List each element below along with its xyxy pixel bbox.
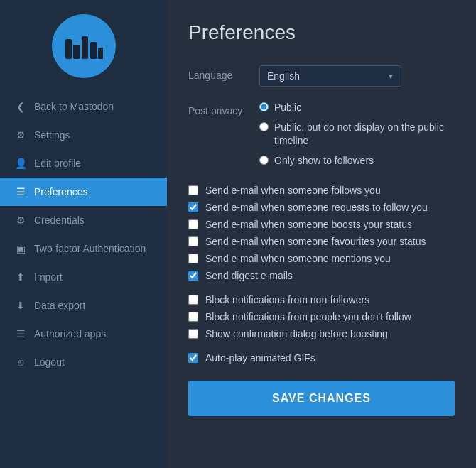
checkbox-confirm-boost-input[interactable] xyxy=(188,329,198,339)
sidebar-item-two-factor-auth[interactable]: ▣ Two-factor Authentication xyxy=(0,234,167,263)
sidebar-item-label: Two-factor Authentication xyxy=(34,243,146,254)
sidebar-item-label: Authorized apps xyxy=(34,328,106,339)
checkbox-block-not-following-label: Block notifications from people you don'… xyxy=(205,311,411,322)
language-select-wrapper: English French German Spanish Japanese xyxy=(259,65,401,87)
sidebar-item-label: Back to Mastodon xyxy=(34,101,114,112)
svg-rect-0 xyxy=(65,39,72,59)
sidebar-item-logout[interactable]: ⎋ Logout xyxy=(0,348,167,376)
checkbox-autoplay-gifs-input[interactable] xyxy=(188,353,198,363)
import-icon: ⬆ xyxy=(14,271,27,283)
language-control: English French German Spanish Japanese xyxy=(259,65,455,87)
checkbox-block-non-followers-label: Block notifications from non-followers xyxy=(205,294,369,305)
sidebar-item-label: Edit profile xyxy=(34,158,81,169)
checkbox-autoplay-gifs-label: Auto-play animated GIFs xyxy=(205,352,315,364)
apps-icon: ☰ xyxy=(14,328,27,339)
radio-followers-only-input[interactable] xyxy=(259,156,269,165)
settings-icon: ⚙ xyxy=(14,129,27,141)
radio-public[interactable]: Public xyxy=(259,101,455,115)
checkbox-digest-emails-label: Send digest e-mails xyxy=(205,270,293,281)
checkbox-autoplay-gifs[interactable]: Auto-play animated GIFs xyxy=(188,349,455,366)
email-notification-checkboxes: Send e-mail when someone follows you Sen… xyxy=(188,182,455,284)
radio-public-input[interactable] xyxy=(259,102,269,111)
sidebar-nav: ❮ Back to Mastodon ⚙ Settings 👤 Edit pro… xyxy=(0,92,167,376)
sidebar-item-back-to-mastodon[interactable]: ❮ Back to Mastodon xyxy=(0,92,167,121)
checkbox-email-follows-input[interactable] xyxy=(188,185,198,195)
checkbox-confirm-boost[interactable]: Show confirmation dialog before boosting xyxy=(188,325,455,342)
notification-block-checkboxes: Block notifications from non-followers B… xyxy=(188,291,455,342)
back-icon: ❮ xyxy=(14,101,27,112)
sidebar-item-label: Data export xyxy=(34,300,85,311)
main-content: Preferences Language English French Germ… xyxy=(167,0,476,468)
export-icon: ⬇ xyxy=(14,300,27,311)
sidebar-item-credentials[interactable]: ⚙ Credentials xyxy=(0,206,167,234)
language-select[interactable]: English French German Spanish Japanese xyxy=(259,65,401,87)
sidebar-item-label: Import xyxy=(34,271,63,283)
sidebar-item-settings[interactable]: ⚙ Settings xyxy=(0,121,167,149)
checkbox-email-mentions-label: Send e-mail when someone mentions you xyxy=(205,253,391,264)
radio-public-label: Public xyxy=(274,101,301,115)
checkbox-email-mentions[interactable]: Send e-mail when someone mentions you xyxy=(188,250,455,267)
svg-rect-2 xyxy=(82,36,88,59)
profile-icon: 👤 xyxy=(14,158,27,169)
language-row: Language English French German Spanish J… xyxy=(188,65,455,87)
two-factor-icon: ▣ xyxy=(14,243,27,254)
checkbox-email-favourites[interactable]: Send e-mail when someone favourites your… xyxy=(188,233,455,250)
sidebar-item-authorized-apps[interactable]: ☰ Authorized apps xyxy=(0,320,167,348)
checkbox-confirm-boost-label: Show confirmation dialog before boosting xyxy=(205,328,388,339)
logo-icon xyxy=(64,32,103,60)
gif-checkboxes: Auto-play animated GIFs xyxy=(188,349,455,366)
checkbox-email-follow-requests[interactable]: Send e-mail when someone requests to fol… xyxy=(188,199,455,216)
sidebar-item-label: Logout xyxy=(34,357,65,368)
radio-public-no-timeline[interactable]: Public, but do not display on the public… xyxy=(259,121,455,148)
checkbox-email-follow-requests-input[interactable] xyxy=(188,202,198,212)
checkbox-email-follow-requests-label: Send e-mail when someone requests to fol… xyxy=(205,202,428,213)
post-privacy-options: Public Public, but do not display on the… xyxy=(259,101,455,168)
logout-icon: ⎋ xyxy=(14,357,27,368)
checkbox-digest-emails[interactable]: Send digest e-mails xyxy=(188,267,455,284)
svg-rect-1 xyxy=(73,45,80,59)
svg-rect-4 xyxy=(98,48,103,59)
radio-public-no-timeline-label: Public, but do not display on the public… xyxy=(274,121,455,148)
sidebar-item-edit-profile[interactable]: 👤 Edit profile xyxy=(0,149,167,178)
sidebar-item-data-export[interactable]: ⬇ Data export xyxy=(0,291,167,320)
sidebar-item-label: Credentials xyxy=(34,214,85,226)
checkbox-email-favourites-input[interactable] xyxy=(188,236,198,246)
checkbox-email-follows[interactable]: Send e-mail when someone follows you xyxy=(188,182,455,199)
radio-followers-only-label: Only show to followers xyxy=(274,154,374,168)
checkbox-block-not-following[interactable]: Block notifications from people you don'… xyxy=(188,308,455,325)
radio-followers-only[interactable]: Only show to followers xyxy=(259,154,455,168)
checkbox-block-non-followers-input[interactable] xyxy=(188,295,198,305)
checkbox-email-boosts-label: Send e-mail when someone boosts your sta… xyxy=(205,219,412,230)
sidebar-item-label: Settings xyxy=(34,129,70,141)
svg-rect-3 xyxy=(90,42,97,59)
preferences-icon: ☰ xyxy=(14,186,27,197)
save-changes-button[interactable]: SAVE CHANGES xyxy=(188,381,455,416)
checkbox-email-favourites-label: Send e-mail when someone favourites your… xyxy=(205,236,426,247)
post-privacy-label: Post privacy xyxy=(188,101,259,116)
checkbox-email-mentions-input[interactable] xyxy=(188,254,198,263)
checkbox-email-boosts-input[interactable] xyxy=(188,219,198,229)
checkbox-digest-emails-input[interactable] xyxy=(188,271,198,281)
language-label: Language xyxy=(188,65,259,81)
checkbox-email-boosts[interactable]: Send e-mail when someone boosts your sta… xyxy=(188,216,455,233)
credentials-icon: ⚙ xyxy=(14,214,27,226)
sidebar-item-label: Preferences xyxy=(34,186,87,197)
checkbox-email-follows-label: Send e-mail when someone follows you xyxy=(205,185,381,196)
sidebar-item-preferences[interactable]: ☰ Preferences xyxy=(0,178,167,206)
radio-public-no-timeline-input[interactable] xyxy=(259,122,269,131)
sidebar: ❮ Back to Mastodon ⚙ Settings 👤 Edit pro… xyxy=(0,0,167,468)
logo xyxy=(52,14,116,78)
checkbox-block-not-following-input[interactable] xyxy=(188,312,198,322)
sidebar-item-import[interactable]: ⬆ Import xyxy=(0,263,167,291)
post-privacy-row: Post privacy Public Public, but do not d… xyxy=(188,101,455,168)
checkbox-block-non-followers[interactable]: Block notifications from non-followers xyxy=(188,291,455,308)
page-title: Preferences xyxy=(188,21,455,44)
